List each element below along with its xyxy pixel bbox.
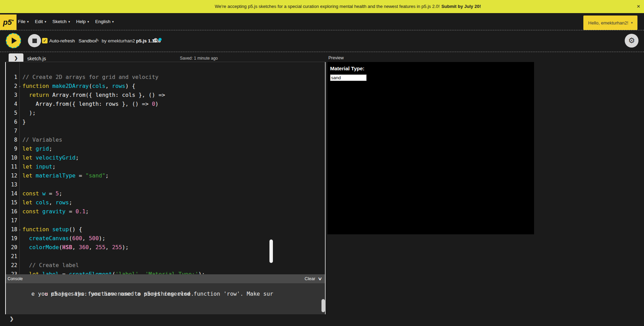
code-line[interactable]: 8// Variables bbox=[6, 135, 325, 144]
console-message-line: ✿p5.js says: you have used a p5.js reser… bbox=[31, 283, 273, 289]
code-line[interactable]: 12let materialType = "sand"; bbox=[6, 171, 325, 180]
clear-console-button[interactable]: Clear bbox=[305, 274, 315, 283]
code-text: createCanvas(600, 500); bbox=[22, 234, 105, 243]
line-number: 9 bbox=[6, 144, 17, 153]
code-line[interactable]: 19 createCanvas(600, 500); bbox=[6, 234, 325, 243]
console-header[interactable] bbox=[6, 274, 325, 283]
project-name[interactable]: Sandbox bbox=[79, 38, 97, 43]
line-number: 21 bbox=[6, 252, 17, 261]
line-number: 6 bbox=[6, 118, 17, 126]
console-output: ✿p5.js says: you have used a p5.js reser… bbox=[6, 283, 325, 314]
preview-title: Preview bbox=[328, 55, 344, 60]
console-collapse-icon[interactable]: ∨ bbox=[318, 274, 323, 283]
line-number: 2 bbox=[6, 82, 17, 91]
menu-help[interactable]: Help▾ bbox=[76, 19, 89, 24]
code-text: function setup() { bbox=[22, 225, 82, 234]
account-button[interactable]: Hello, emekturhan2!▾ bbox=[583, 16, 637, 30]
code-text: ); bbox=[22, 109, 36, 118]
console-title: Console bbox=[8, 274, 23, 283]
code-line[interactable]: 23 let label = createElement('label', 'M… bbox=[6, 270, 325, 274]
code-line[interactable]: 6} bbox=[6, 118, 325, 126]
settings-button[interactable]: ⚙ bbox=[625, 34, 638, 48]
code-text: let grid; bbox=[22, 144, 52, 153]
panel-divider[interactable] bbox=[325, 62, 326, 314]
line-number: 5 bbox=[6, 109, 17, 118]
fold-arrow-icon bbox=[17, 135, 22, 144]
fold-arrow-icon bbox=[17, 100, 22, 109]
code-line[interactable]: 1// Create 2D arrays for grid and veloci… bbox=[6, 73, 325, 82]
fold-arrow-icon[interactable]: ▾ bbox=[17, 225, 22, 234]
code-text: let cols, rows; bbox=[22, 198, 72, 207]
sidebar-expand-button[interactable]: ❯ bbox=[9, 53, 23, 62]
line-number: 22 bbox=[6, 261, 17, 270]
console-more-info-line: + More info: https://p5js.org/reference/… bbox=[31, 307, 197, 314]
code-text: let input; bbox=[22, 162, 55, 171]
menu-sketch[interactable]: Sketch▾ bbox=[52, 19, 70, 24]
code-text: return Array.from({ length: cols }, () =… bbox=[22, 91, 165, 100]
console-scrollbar-thumb[interactable] bbox=[321, 299, 325, 312]
play-button[interactable] bbox=[6, 33, 21, 48]
code-text: } bbox=[22, 118, 26, 126]
code-text: Array.from({ length: rows }, () => 0) bbox=[22, 100, 159, 109]
announcement-banner: We're accepting p5.js sketches for a spe… bbox=[0, 0, 644, 13]
line-number: 14 bbox=[6, 189, 17, 198]
code-text: // Create 2D arrays for grid and velocit… bbox=[22, 73, 159, 82]
line-number: 7 bbox=[6, 126, 17, 135]
fold-arrow-icon bbox=[17, 109, 22, 118]
code-text: // Create label bbox=[22, 261, 79, 270]
line-number: 18 bbox=[6, 225, 17, 234]
code-line[interactable]: 7 bbox=[6, 126, 325, 135]
code-line[interactable]: 18▾function setup() { bbox=[6, 225, 325, 234]
menu-edit[interactable]: Edit▾ bbox=[35, 19, 46, 24]
code-line[interactable]: 14const w = 5; bbox=[6, 189, 325, 198]
code-line[interactable]: 4 Array.from({ length: rows }, () => 0) bbox=[6, 100, 325, 109]
code-line[interactable]: 3 return Array.from({ length: cols }, ()… bbox=[6, 91, 325, 100]
line-number: 16 bbox=[6, 207, 17, 216]
console-prompt-icon[interactable]: ❯ bbox=[10, 316, 14, 322]
line-number: 10 bbox=[6, 153, 17, 162]
code-line[interactable]: 2▾function make2DArray(cols, rows) { bbox=[6, 82, 325, 91]
fold-arrow-icon bbox=[17, 144, 22, 153]
chevron-right-icon: ❯ bbox=[14, 55, 18, 61]
toolbar-divider bbox=[0, 52, 644, 52]
editor-scrollbar-thumb[interactable] bbox=[269, 240, 273, 263]
fold-arrow-icon bbox=[17, 189, 22, 198]
code-line[interactable]: 11let input; bbox=[6, 162, 325, 171]
menu-language[interactable]: English▾ bbox=[95, 19, 114, 24]
version-gear-icon[interactable]: ⚙ bbox=[153, 37, 158, 44]
code-line[interactable]: 17 bbox=[6, 216, 325, 225]
code-line[interactable]: 22 // Create label bbox=[6, 261, 325, 270]
fold-arrow-icon bbox=[17, 162, 22, 171]
stop-button[interactable] bbox=[28, 34, 41, 47]
chevron-down-icon: ▾ bbox=[112, 20, 114, 23]
code-line[interactable]: 10let velocityGrid; bbox=[6, 153, 325, 162]
edit-name-icon[interactable]: ✎ bbox=[95, 38, 99, 43]
fold-arrow-icon bbox=[17, 270, 22, 274]
project-byline: by emekturhan2 bbox=[102, 38, 135, 43]
code-line[interactable]: 20 colorMode(HSB, 360, 255, 255); bbox=[6, 243, 325, 252]
code-line[interactable]: 5 ); bbox=[6, 109, 325, 118]
sketch-canvas[interactable]: Material Type: bbox=[327, 62, 534, 234]
menu-file[interactable]: File▾ bbox=[18, 19, 29, 24]
gear-icon: ⚙ bbox=[628, 36, 635, 45]
fold-arrow-icon bbox=[17, 91, 22, 100]
logo-text: p5 bbox=[3, 18, 12, 27]
code-editor[interactable]: 1// Create 2D arrays for grid and veloci… bbox=[6, 62, 325, 274]
banner-cta[interactable]: Submit by July 20! bbox=[441, 4, 481, 9]
autorefresh-checkbox[interactable]: ✓ bbox=[42, 38, 48, 43]
material-type-input[interactable] bbox=[330, 74, 367, 81]
code-line[interactable]: 21 bbox=[6, 252, 325, 261]
p5-logo[interactable]: p5* bbox=[0, 14, 17, 30]
tab-sketch-js[interactable]: sketch.js bbox=[27, 56, 46, 61]
banner-message: We're accepting p5.js sketches for a spe… bbox=[215, 4, 440, 9]
code-line[interactable]: 9let grid; bbox=[6, 144, 325, 153]
fold-arrow-icon[interactable]: ▾ bbox=[17, 82, 22, 91]
code-line[interactable]: 15let cols, rows; bbox=[6, 198, 325, 207]
p5-web-editor: { "banner": { "message": "We're acceptin… bbox=[0, 0, 644, 326]
code-line[interactable]: 13 bbox=[6, 180, 325, 189]
close-icon[interactable]: × bbox=[633, 0, 644, 13]
code-text: const gravity = 0.1; bbox=[22, 207, 89, 216]
code-text: let materialType = "sand"; bbox=[22, 171, 109, 180]
code-line[interactable]: 16const gravity = 0.1; bbox=[6, 207, 325, 216]
code-text: let velocityGrid; bbox=[22, 153, 79, 162]
